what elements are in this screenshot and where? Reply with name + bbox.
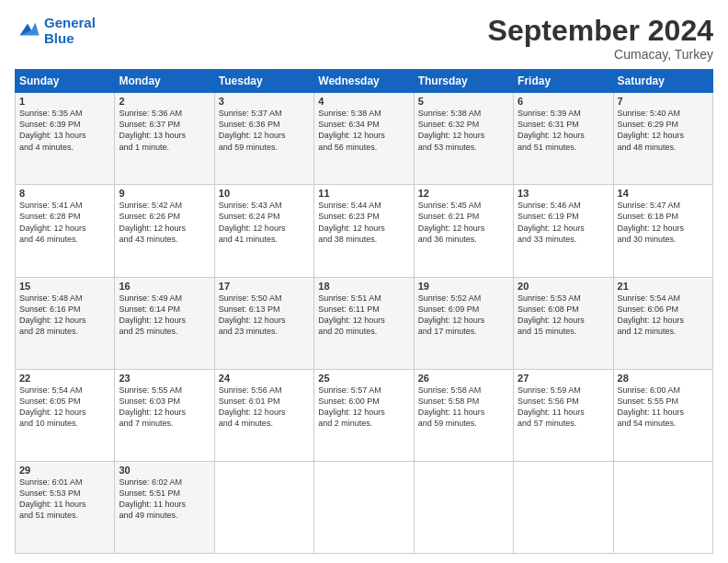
calendar-cell: 24Sunrise: 5:56 AMSunset: 6:01 PMDayligh… <box>214 369 313 461</box>
calendar-cell: 6Sunrise: 5:39 AMSunset: 6:31 PMDaylight… <box>514 93 613 185</box>
day-number: 16 <box>119 281 210 292</box>
day-number: 27 <box>518 373 609 384</box>
calendar-cell: 16Sunrise: 5:49 AMSunset: 6:14 PMDayligh… <box>115 277 214 369</box>
weekday-header-row: SundayMondayTuesdayWednesdayThursdayFrid… <box>16 70 713 93</box>
day-number: 8 <box>19 188 110 199</box>
weekday-header-friday: Friday <box>514 70 613 93</box>
calendar-cell <box>514 461 613 553</box>
day-info: Sunrise: 5:38 AMSunset: 6:32 PMDaylight:… <box>418 108 509 153</box>
calendar-cell: 5Sunrise: 5:38 AMSunset: 6:32 PMDaylight… <box>414 93 513 185</box>
calendar-cell: 11Sunrise: 5:44 AMSunset: 6:23 PMDayligh… <box>314 185 414 277</box>
calendar-row-3: 22Sunrise: 5:54 AMSunset: 6:05 PMDayligh… <box>16 369 713 461</box>
logo-icon <box>15 17 40 43</box>
day-info: Sunrise: 5:38 AMSunset: 6:34 PMDaylight:… <box>318 108 409 153</box>
calendar-cell: 10Sunrise: 5:43 AMSunset: 6:24 PMDayligh… <box>214 185 313 277</box>
calendar-row-2: 15Sunrise: 5:48 AMSunset: 6:16 PMDayligh… <box>16 277 713 369</box>
calendar-row-1: 8Sunrise: 5:41 AMSunset: 6:28 PMDaylight… <box>16 185 713 277</box>
day-number: 6 <box>518 96 609 107</box>
day-number: 10 <box>219 188 310 199</box>
calendar-cell: 30Sunrise: 6:02 AMSunset: 5:51 PMDayligh… <box>115 461 214 553</box>
day-info: Sunrise: 5:52 AMSunset: 6:09 PMDaylight:… <box>418 293 509 338</box>
day-info: Sunrise: 5:53 AMSunset: 6:08 PMDaylight:… <box>518 293 609 338</box>
day-info: Sunrise: 5:58 AMSunset: 5:58 PMDaylight:… <box>418 385 509 430</box>
calendar-row-0: 1Sunrise: 5:35 AMSunset: 6:39 PMDaylight… <box>16 93 713 185</box>
calendar-cell: 13Sunrise: 5:46 AMSunset: 6:19 PMDayligh… <box>514 185 613 277</box>
day-info: Sunrise: 5:46 AMSunset: 6:19 PMDaylight:… <box>518 200 609 245</box>
day-info: Sunrise: 5:59 AMSunset: 5:56 PMDaylight:… <box>518 385 609 430</box>
day-number: 25 <box>318 373 409 384</box>
day-number: 30 <box>119 465 210 476</box>
day-number: 17 <box>219 281 310 292</box>
logo-text: General Blue <box>44 15 96 46</box>
day-number: 22 <box>19 373 110 384</box>
day-info: Sunrise: 5:54 AMSunset: 6:05 PMDaylight:… <box>19 385 110 430</box>
calendar-cell: 20Sunrise: 5:53 AMSunset: 6:08 PMDayligh… <box>514 277 613 369</box>
calendar-cell: 27Sunrise: 5:59 AMSunset: 5:56 PMDayligh… <box>514 369 613 461</box>
logo: General Blue <box>15 15 96 46</box>
day-number: 19 <box>418 281 509 292</box>
calendar-cell: 7Sunrise: 5:40 AMSunset: 6:29 PMDaylight… <box>613 93 712 185</box>
calendar-cell: 22Sunrise: 5:54 AMSunset: 6:05 PMDayligh… <box>16 369 115 461</box>
calendar-cell: 28Sunrise: 6:00 AMSunset: 5:55 PMDayligh… <box>613 369 712 461</box>
calendar-cell: 2Sunrise: 5:36 AMSunset: 6:37 PMDaylight… <box>115 93 214 185</box>
day-number: 24 <box>219 373 310 384</box>
day-info: Sunrise: 5:57 AMSunset: 6:00 PMDaylight:… <box>318 385 409 430</box>
day-info: Sunrise: 5:42 AMSunset: 6:26 PMDaylight:… <box>119 200 210 245</box>
calendar-row-4: 29Sunrise: 6:01 AMSunset: 5:53 PMDayligh… <box>16 461 713 553</box>
calendar-cell: 3Sunrise: 5:37 AMSunset: 6:36 PMDaylight… <box>214 93 313 185</box>
day-info: Sunrise: 5:44 AMSunset: 6:23 PMDaylight:… <box>318 200 409 245</box>
weekday-header-monday: Monday <box>115 70 214 93</box>
calendar-cell: 18Sunrise: 5:51 AMSunset: 6:11 PMDayligh… <box>314 277 414 369</box>
day-info: Sunrise: 6:01 AMSunset: 5:53 PMDaylight:… <box>19 477 110 522</box>
day-info: Sunrise: 5:35 AMSunset: 6:39 PMDaylight:… <box>19 108 110 153</box>
calendar-cell: 1Sunrise: 5:35 AMSunset: 6:39 PMDaylight… <box>16 93 115 185</box>
day-number: 4 <box>318 96 409 107</box>
day-info: Sunrise: 5:45 AMSunset: 6:21 PMDaylight:… <box>418 200 509 245</box>
day-number: 14 <box>618 188 709 199</box>
day-info: Sunrise: 5:51 AMSunset: 6:11 PMDaylight:… <box>318 293 409 338</box>
weekday-header-saturday: Saturday <box>613 70 712 93</box>
calendar-cell: 17Sunrise: 5:50 AMSunset: 6:13 PMDayligh… <box>214 277 313 369</box>
day-number: 15 <box>19 281 110 292</box>
calendar-cell: 21Sunrise: 5:54 AMSunset: 6:06 PMDayligh… <box>613 277 712 369</box>
page-header: General Blue September 2024 Cumacay, Tur… <box>15 15 713 62</box>
day-number: 5 <box>418 96 509 107</box>
day-info: Sunrise: 5:48 AMSunset: 6:16 PMDaylight:… <box>19 293 110 338</box>
calendar-cell: 26Sunrise: 5:58 AMSunset: 5:58 PMDayligh… <box>414 369 513 461</box>
day-info: Sunrise: 6:02 AMSunset: 5:51 PMDaylight:… <box>119 477 210 522</box>
calendar-cell: 15Sunrise: 5:48 AMSunset: 6:16 PMDayligh… <box>16 277 115 369</box>
calendar-cell: 4Sunrise: 5:38 AMSunset: 6:34 PMDaylight… <box>314 93 414 185</box>
day-number: 18 <box>318 281 409 292</box>
location: Cumacay, Turkey <box>488 47 713 62</box>
weekday-header-sunday: Sunday <box>16 70 115 93</box>
day-info: Sunrise: 5:41 AMSunset: 6:28 PMDaylight:… <box>19 200 110 245</box>
day-number: 21 <box>618 281 709 292</box>
day-info: Sunrise: 5:37 AMSunset: 6:36 PMDaylight:… <box>219 108 310 153</box>
day-info: Sunrise: 5:50 AMSunset: 6:13 PMDaylight:… <box>219 293 310 338</box>
day-info: Sunrise: 5:49 AMSunset: 6:14 PMDaylight:… <box>119 293 210 338</box>
calendar-cell: 29Sunrise: 6:01 AMSunset: 5:53 PMDayligh… <box>16 461 115 553</box>
day-number: 7 <box>618 96 709 107</box>
calendar-cell: 23Sunrise: 5:55 AMSunset: 6:03 PMDayligh… <box>115 369 214 461</box>
day-number: 20 <box>518 281 609 292</box>
calendar-cell <box>414 461 513 553</box>
day-info: Sunrise: 5:40 AMSunset: 6:29 PMDaylight:… <box>618 108 709 153</box>
day-number: 3 <box>219 96 310 107</box>
weekday-header-thursday: Thursday <box>414 70 513 93</box>
day-info: Sunrise: 5:47 AMSunset: 6:18 PMDaylight:… <box>618 200 709 245</box>
day-number: 26 <box>418 373 509 384</box>
calendar-cell: 9Sunrise: 5:42 AMSunset: 6:26 PMDaylight… <box>115 185 214 277</box>
calendar-cell: 8Sunrise: 5:41 AMSunset: 6:28 PMDaylight… <box>16 185 115 277</box>
calendar-cell: 14Sunrise: 5:47 AMSunset: 6:18 PMDayligh… <box>613 185 712 277</box>
day-info: Sunrise: 6:00 AMSunset: 5:55 PMDaylight:… <box>618 385 709 430</box>
day-number: 1 <box>19 96 110 107</box>
weekday-header-wednesday: Wednesday <box>314 70 414 93</box>
day-number: 28 <box>618 373 709 384</box>
day-number: 11 <box>318 188 409 199</box>
calendar-cell <box>214 461 313 553</box>
day-number: 13 <box>518 188 609 199</box>
day-number: 23 <box>119 373 210 384</box>
month-title: September 2024 <box>488 15 713 47</box>
calendar-cell <box>613 461 712 553</box>
day-info: Sunrise: 5:54 AMSunset: 6:06 PMDaylight:… <box>618 293 709 338</box>
